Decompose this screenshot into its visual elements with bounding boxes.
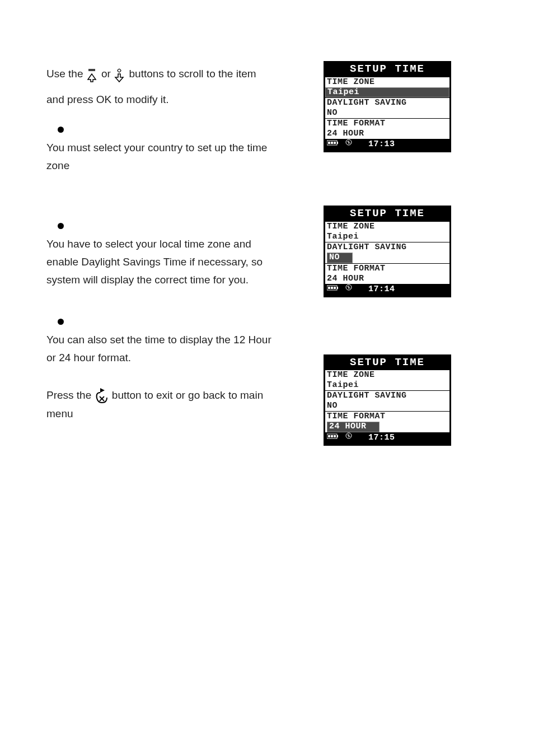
lcd-header: SETUP TIME	[325, 356, 449, 370]
intro-part1: Use the	[46, 68, 83, 80]
exit-text: Press the button to exit or go back to m…	[46, 386, 276, 423]
exit-part1: Press the	[46, 389, 91, 401]
lcd-row1-value: Taipei	[327, 380, 448, 390]
lcd-row1-value: Taipei	[327, 232, 448, 242]
svg-rect-12	[334, 287, 336, 289]
svg-rect-16	[328, 435, 330, 437]
lcd-row2-value: NO	[327, 401, 448, 411]
section-timeformat: You can also set the time to display the…	[46, 319, 276, 367]
svg-rect-17	[331, 435, 333, 437]
lcd-row1-label: TIME ZONE	[327, 77, 448, 87]
lcd-row3-label: TIME FORMAT	[327, 264, 448, 274]
bullet-icon	[58, 319, 64, 325]
lcd-screen-timeformat: SETUP TIME TIME ZONE Taipei DAYLIGHT SAV…	[324, 354, 451, 446]
svg-rect-15	[337, 435, 338, 437]
lcd-footer: 17:14	[325, 284, 449, 296]
lcd-footer-time: 17:15	[368, 433, 395, 442]
up-star-icon	[86, 67, 99, 82]
lcd-footer-time: 17:13	[368, 140, 395, 150]
intro-text: Use the or buttons to scroll to the item…	[46, 61, 276, 112]
lcd-row3-value: 24 HOUR	[327, 129, 448, 139]
section-timezone: You must select your country to set up t…	[46, 127, 276, 175]
lcd-screen-timezone: SETUP TIME TIME ZONE Taipei DAYLIGHT SAV…	[324, 61, 451, 152]
lcd-row2-value: NO	[327, 108, 448, 118]
battery-icon	[327, 432, 339, 443]
section-timeformat-text: You can also set the time to display the…	[46, 331, 276, 367]
lcd-row3-value: 24 HOUR	[327, 274, 448, 284]
bullet-icon	[58, 127, 64, 133]
lcd-header: SETUP TIME	[325, 63, 449, 77]
lcd-row3-label: TIME FORMAT	[327, 119, 448, 129]
svg-rect-4	[328, 142, 330, 144]
lcd-row2-label: DAYLIGHT SAVING	[327, 242, 448, 253]
bullet-icon	[58, 223, 64, 229]
svg-rect-3	[337, 142, 338, 144]
lcd-screen-daylight: SETUP TIME TIME ZONE Taipei DAYLIGHT SAV…	[324, 206, 451, 297]
svg-rect-18	[334, 435, 336, 437]
lcd-header: SETUP TIME	[325, 207, 449, 221]
section-timezone-text: You must select your country to set up t…	[46, 139, 276, 175]
signal-icon	[345, 139, 353, 150]
svg-rect-9	[337, 287, 338, 289]
lcd-row3-label: TIME FORMAT	[327, 412, 448, 422]
signal-icon	[345, 284, 353, 295]
lcd-row1-value: Taipei	[325, 87, 449, 98]
lcd-row3-value: 24 HOUR	[327, 422, 380, 432]
section-daylight-text: You have to select your local time zone …	[46, 235, 276, 290]
svg-rect-5	[331, 142, 333, 144]
exit-icon	[95, 387, 109, 405]
lcd-row1-label: TIME ZONE	[327, 370, 448, 380]
intro-part2: or	[101, 68, 111, 80]
lcd-row2-label: DAYLIGHT SAVING	[327, 391, 448, 401]
lcd-footer-time: 17:14	[368, 284, 395, 294]
battery-icon	[327, 139, 339, 150]
lcd-footer: 17:15	[325, 432, 449, 444]
down-star-icon	[114, 67, 126, 82]
lcd-row2-label: DAYLIGHT SAVING	[327, 98, 448, 108]
svg-rect-6	[334, 142, 336, 144]
lcd-row2-value: NO	[327, 253, 353, 263]
battery-icon	[327, 284, 339, 295]
svg-rect-10	[328, 287, 330, 289]
lcd-row1-label: TIME ZONE	[327, 222, 448, 232]
svg-rect-11	[331, 287, 333, 289]
lcd-footer: 17:13	[325, 139, 449, 151]
signal-icon	[345, 432, 353, 443]
section-daylight: You have to select your local time zone …	[46, 223, 276, 290]
